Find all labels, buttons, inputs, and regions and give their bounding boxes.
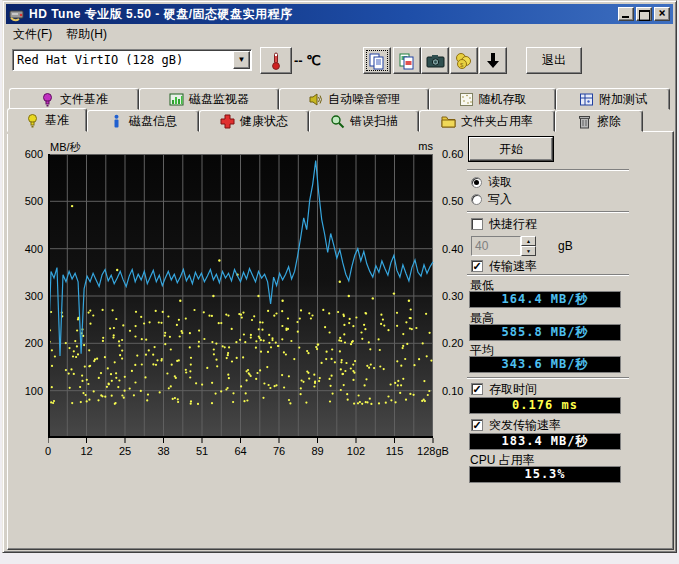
copy-image-button[interactable] <box>393 47 421 74</box>
save-results-button[interactable] <box>479 47 507 74</box>
axis-tick-label: 12 <box>65 445 109 457</box>
tab-label: 擦除 <box>597 113 621 130</box>
tab-random-access[interactable]: 随机存取 <box>429 88 556 110</box>
folder-icon <box>441 114 456 129</box>
tab-folder-usage[interactable]: 文件夹占用率 <box>419 110 555 132</box>
start-button[interactable]: 开始 <box>469 137 553 161</box>
spin-down-button[interactable]: ▼ <box>521 246 536 256</box>
axis-tick-label: 76 <box>257 445 301 457</box>
radio-unselected-icon[interactable] <box>471 194 482 205</box>
menu-file[interactable]: 文件(F) <box>6 24 59 45</box>
copy-text-button[interactable] <box>363 47 391 74</box>
exit-button-label: 退出 <box>542 52 566 69</box>
tab-disk-info[interactable]: 磁盘信息 <box>87 110 199 132</box>
checkbox-checked-icon[interactable]: ✓ <box>471 383 483 395</box>
burst-rate-display: 183.4 MB/秒 <box>469 433 621 450</box>
avg-value-display: 343.6 MB/秒 <box>469 356 621 373</box>
screenshot-button[interactable] <box>421 47 449 74</box>
axis-tick-label: 0 <box>26 445 70 457</box>
minimize-button[interactable] <box>618 7 634 21</box>
cpu-usage-display: 15.3% <box>469 466 621 483</box>
axis-tick-label: 200 <box>13 337 43 349</box>
axis-tick-label: 128gB <box>411 445 455 457</box>
tab-aam[interactable]: 自动噪音管理 <box>279 88 429 110</box>
coins-icon: $ <box>455 52 473 70</box>
tab-extra-tests[interactable]: 附加测试 <box>556 88 670 110</box>
short-stroke-label: 快捷行程 <box>489 216 537 233</box>
window-title: HD Tune 专业版 5.50 - 硬盘/固态硬盘实用程序 <box>29 6 292 23</box>
tab-error-scan[interactable]: 错误扫描 <box>309 110 419 132</box>
drive-select-value: Red Hat VirtIO (128 gB) <box>13 53 233 67</box>
info-icon <box>109 114 124 129</box>
app-icon <box>9 6 25 22</box>
transfer-rate-checkbox[interactable]: ✓ 传输速率 <box>471 259 537 273</box>
tab-label: 随机存取 <box>479 91 527 108</box>
temperature-value: -- <box>294 53 303 68</box>
health-cross-icon <box>220 114 235 129</box>
tab-row-front: 基准 磁盘信息 健康状态 错误扫描 文件夹占用率 擦除 <box>7 110 670 132</box>
close-button[interactable] <box>654 7 670 21</box>
axis-tick-label: 38 <box>142 445 186 457</box>
checkbox-checked-icon[interactable]: ✓ <box>471 260 483 272</box>
tab-health[interactable]: 健康状态 <box>199 110 309 132</box>
chevron-down-icon[interactable]: ▼ <box>233 51 250 69</box>
tab-label: 文件夹占用率 <box>461 113 533 130</box>
short-stroke-checkbox[interactable]: 快捷行程 <box>471 217 537 231</box>
tab-label: 磁盘监视器 <box>189 91 249 108</box>
file-benchmark-icon <box>40 92 55 107</box>
donate-button[interactable]: $ <box>450 47 478 74</box>
temperature-button[interactable] <box>260 47 292 74</box>
short-stroke-size: 40 ▲ ▼ gB <box>471 236 573 256</box>
benchmark-plot <box>48 154 435 446</box>
burst-rate-checkbox[interactable]: ✓ 突发传输速率 <box>471 418 561 432</box>
drive-select[interactable]: Red Hat VirtIO (128 gB) ▼ <box>12 49 252 71</box>
short-stroke-unit: gB <box>558 239 573 253</box>
axis-tick-label: 300 <box>13 290 43 302</box>
menu-help[interactable]: 帮助(H) <box>59 24 114 45</box>
benchmark-options-panel: 开始 读取 写入 快捷行程 40 ▲ ▼ gB ✓ 传输速率 <box>461 131 673 531</box>
tab-erase[interactable]: 擦除 <box>555 110 643 132</box>
disk-monitor-icon <box>169 92 184 107</box>
tab-label: 附加测试 <box>599 91 647 108</box>
access-time-label: 存取时间 <box>489 381 537 398</box>
temperature-readout: -- ℃ <box>294 53 321 68</box>
access-time-checkbox[interactable]: ✓ 存取时间 <box>471 382 537 396</box>
tab-disk-monitor[interactable]: 磁盘监视器 <box>139 88 279 110</box>
trash-icon <box>577 114 592 129</box>
short-stroke-input[interactable]: 40 <box>471 236 521 256</box>
tab-label: 自动噪音管理 <box>328 91 400 108</box>
tab-label: 文件基准 <box>60 91 108 108</box>
tab-file-benchmark[interactable]: 文件基准 <box>9 88 139 110</box>
axis-tick-label: 102 <box>334 445 378 457</box>
axis-tick-label: 400 <box>13 243 43 255</box>
checkbox-checked-icon[interactable]: ✓ <box>471 419 483 431</box>
x-axis-labels: 012253851647689102115128gB <box>48 445 468 459</box>
maximize-button[interactable] <box>636 7 652 21</box>
axis-tick-label: 25 <box>103 445 147 457</box>
tab-label: 基准 <box>45 112 69 129</box>
menubar: 文件(F) 帮助(H) <box>6 25 673 44</box>
burst-rate-label: 突发传输速率 <box>489 417 561 434</box>
read-mode-label: 读取 <box>488 174 512 191</box>
exit-button[interactable]: 退出 <box>526 47 582 74</box>
tab-label: 健康状态 <box>240 113 288 130</box>
checkbox-unchecked-icon[interactable] <box>471 218 483 230</box>
left-axis-labels: 600500400300200100 <box>13 154 45 438</box>
tab-label: 错误扫描 <box>350 113 398 130</box>
min-value-display: 164.4 MB/秒 <box>469 291 621 308</box>
access-time-display: 0.176 ms <box>469 397 621 414</box>
axis-tick-label: 64 <box>219 445 263 457</box>
copy-image-icon <box>398 52 416 70</box>
axis-tick-label: 600 <box>13 148 43 160</box>
titlebar[interactable]: HD Tune 专业版 5.50 - 硬盘/固态硬盘实用程序 <box>6 4 673 24</box>
tab-benchmark[interactable]: 基准 <box>7 108 87 132</box>
start-button-label: 开始 <box>499 142 523 156</box>
axis-tick-label: 51 <box>180 445 224 457</box>
camera-icon <box>426 53 445 69</box>
radio-selected-icon[interactable] <box>471 177 482 188</box>
read-mode-radio[interactable]: 读取 <box>471 175 512 189</box>
spin-up-button[interactable]: ▲ <box>521 236 536 246</box>
write-mode-radio[interactable]: 写入 <box>471 192 512 206</box>
tab-row-back: 文件基准 磁盘监视器 自动噪音管理 随机存取 附加测试 <box>9 88 670 110</box>
random-access-icon <box>459 92 474 107</box>
